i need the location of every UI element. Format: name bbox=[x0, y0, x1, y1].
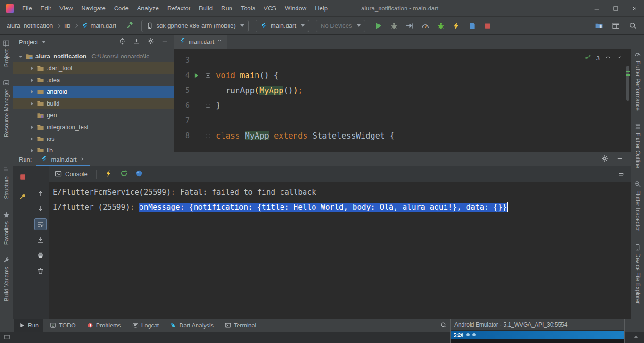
toolwindow-button-run[interactable]: Run bbox=[14, 319, 43, 332]
menu-analyze[interactable]: Analyze bbox=[133, 0, 163, 16]
tool-stripe-flutter-performance[interactable]: Flutter Performance bbox=[634, 51, 641, 111]
project-tree-item-gen[interactable]: gen bbox=[13, 109, 174, 121]
scroll-to-end-button[interactable] bbox=[34, 234, 47, 246]
project-view-selector[interactable]: Project bbox=[19, 39, 46, 46]
pin-button[interactable] bbox=[17, 190, 29, 203]
menu-refactor[interactable]: Refactor bbox=[163, 0, 195, 16]
tool-stripe-build-variants[interactable]: Build Variants bbox=[3, 257, 10, 301]
menu-run[interactable]: Run bbox=[217, 0, 237, 16]
flutter-attach-button[interactable] bbox=[435, 20, 446, 32]
build-button[interactable] bbox=[126, 22, 134, 30]
target-device-selector[interactable]: No Devices bbox=[316, 20, 365, 32]
project-tree-item--dart-tool[interactable]: .dart_tool bbox=[13, 62, 174, 74]
prev-occurrence-button[interactable] bbox=[34, 187, 47, 199]
editor-tab-main-dart[interactable]: main.dart bbox=[174, 35, 227, 49]
tool-stripe-structure[interactable]: Structure bbox=[3, 166, 10, 199]
breadcrumb-main-dart[interactable]: main.dart bbox=[82, 22, 116, 29]
hot-reload-button[interactable] bbox=[451, 20, 462, 32]
project-tree-item-build[interactable]: build bbox=[13, 98, 174, 109]
chevron-right-icon[interactable] bbox=[29, 66, 34, 70]
menu-navigate[interactable]: Navigate bbox=[77, 0, 109, 16]
project-tree-item--idea[interactable]: .idea bbox=[13, 74, 174, 86]
tool-stripe-project[interactable]: Project bbox=[3, 40, 10, 67]
minimize-button[interactable] bbox=[587, 0, 606, 17]
hot-reload-button[interactable] bbox=[105, 170, 113, 179]
stop-button[interactable] bbox=[482, 20, 493, 32]
code-editor[interactable]: 34void main() {5 runApp(MyApp());6}78cla… bbox=[174, 49, 631, 152]
run-gutter-button[interactable] bbox=[190, 73, 203, 79]
device-manager-button[interactable] bbox=[593, 20, 604, 32]
toolwindow-button-problems[interactable]: Problems bbox=[83, 319, 126, 332]
menu-edit[interactable]: Edit bbox=[36, 0, 55, 16]
project-tree-item-ios[interactable]: ios bbox=[13, 133, 174, 145]
tool-stripe-resource-manager[interactable]: Resource Manager bbox=[3, 79, 10, 137]
attach-debugger-button[interactable] bbox=[404, 20, 415, 32]
tool-stripe-flutter-outline[interactable]: Flutter Outline bbox=[634, 123, 641, 168]
chevron-right-icon[interactable] bbox=[29, 102, 34, 106]
soft-wrap-button[interactable] bbox=[34, 218, 47, 230]
chevron-right-icon[interactable] bbox=[29, 125, 34, 129]
clear-console-button[interactable] bbox=[34, 265, 47, 277]
console-tab[interactable]: Console bbox=[55, 170, 88, 179]
maximize-button[interactable] bbox=[606, 0, 625, 17]
breadcrumb-alura-notification[interactable]: alura_notification bbox=[7, 22, 53, 29]
tool-stripe-device-file-explorer[interactable]: Device File Explorer bbox=[634, 244, 641, 304]
next-occurrence-button[interactable] bbox=[34, 203, 47, 215]
menu-view[interactable]: View bbox=[55, 0, 77, 16]
search-button[interactable] bbox=[440, 322, 447, 330]
tool-stripe-favorites[interactable]: Favorites bbox=[3, 212, 10, 245]
run-config-selector[interactable]: main.dart bbox=[256, 20, 309, 32]
settings-button[interactable] bbox=[601, 155, 608, 163]
collapse-all-button[interactable] bbox=[133, 38, 140, 46]
toolwindow-button-todo[interactable]: TODO bbox=[45, 319, 81, 332]
menu-file[interactable]: File bbox=[18, 0, 36, 16]
run-button[interactable] bbox=[373, 20, 384, 32]
menu-window[interactable]: Window bbox=[281, 0, 311, 16]
print-button[interactable] bbox=[34, 249, 47, 261]
menu-help[interactable]: Help bbox=[311, 0, 332, 16]
project-tree-item-lib[interactable]: lib bbox=[13, 145, 174, 152]
inspections-widget[interactable]: 3 bbox=[584, 54, 622, 62]
device-selector[interactable]: sdk gphone x86 arm (mobile) bbox=[141, 20, 249, 32]
project-tree-item-integration-test[interactable]: integration_test bbox=[13, 121, 174, 133]
fold-marker[interactable] bbox=[206, 104, 210, 108]
debug-button[interactable] bbox=[388, 20, 400, 32]
toolwindow-button-dart-analysis[interactable]: Dart Analysis bbox=[165, 319, 218, 332]
profile-button[interactable] bbox=[420, 20, 431, 32]
tab-close-button[interactable] bbox=[217, 38, 222, 45]
tab-close-button[interactable] bbox=[80, 156, 85, 163]
settings-button[interactable] bbox=[147, 38, 154, 46]
project-tree-item-alura-notification[interactable]: alura_notificationC:\Users\Leonardo\lo bbox=[13, 50, 174, 62]
fold-marker[interactable] bbox=[206, 134, 210, 138]
tool-stripe-flutter-inspector[interactable]: Flutter Inspector bbox=[634, 180, 641, 231]
search-everywhere-button[interactable] bbox=[627, 20, 638, 32]
chevron-down-icon[interactable] bbox=[18, 55, 23, 58]
run-tab-main-dart[interactable]: main.dart bbox=[36, 152, 90, 166]
locate-file-button[interactable] bbox=[119, 38, 126, 46]
open-devtools-button[interactable] bbox=[466, 20, 478, 32]
hot-restart-button[interactable] bbox=[120, 170, 128, 179]
toolwindow-button-terminal[interactable]: Terminal bbox=[220, 319, 261, 332]
layout-inspector-button[interactable] bbox=[610, 20, 621, 32]
console-output[interactable]: E/FlutterFcmService(25599): Fatal: faile… bbox=[49, 182, 631, 318]
menu-tools[interactable]: Tools bbox=[237, 0, 259, 16]
console-view-options[interactable] bbox=[618, 170, 625, 179]
menu-vcs[interactable]: VCS bbox=[259, 0, 281, 16]
chevron-right-icon[interactable] bbox=[29, 90, 34, 94]
emulator-window[interactable]: Android Emulator - 5.1_WVGA_API_30:5554 … bbox=[450, 318, 625, 343]
scroll-up-arrow[interactable] bbox=[634, 335, 638, 338]
close-button[interactable] bbox=[625, 0, 644, 17]
menu-build[interactable]: Build bbox=[195, 0, 217, 16]
toolwindow-toggle-button[interactable] bbox=[4, 334, 10, 342]
toolwindow-button-logcat[interactable]: Logcat bbox=[128, 319, 164, 332]
menu-code[interactable]: Code bbox=[110, 0, 133, 16]
chevron-right-icon[interactable] bbox=[29, 78, 34, 82]
hide-panel-button[interactable] bbox=[161, 38, 168, 46]
breadcrumb-lib[interactable]: lib bbox=[64, 22, 70, 29]
open-devtools-button[interactable] bbox=[135, 170, 143, 179]
fold-marker[interactable] bbox=[206, 74, 210, 78]
stop-button[interactable] bbox=[17, 171, 29, 183]
project-tree-item-android[interactable]: android bbox=[13, 86, 174, 98]
chevron-right-icon[interactable] bbox=[29, 137, 34, 141]
hide-panel-button[interactable] bbox=[616, 155, 623, 163]
